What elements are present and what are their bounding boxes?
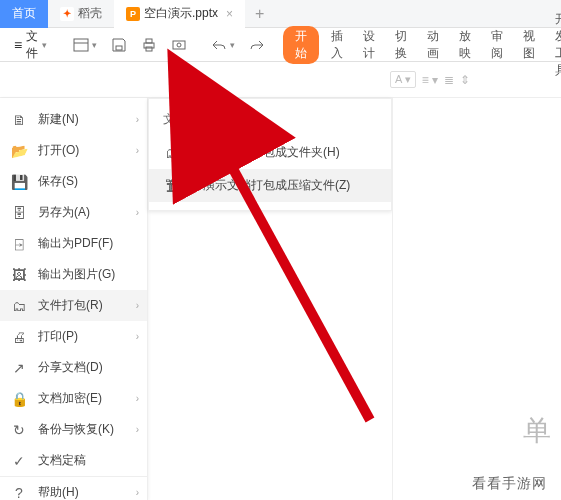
- image-icon: 🖼: [10, 267, 28, 283]
- menu-item-label: 打印(P): [38, 328, 78, 345]
- chevron-right-icon: ›: [136, 424, 139, 435]
- body-area: 🗎 新建(N) › 📂 打开(O) › 💾 保存(S) 🗄 另存为(A) › ⍈…: [0, 98, 561, 500]
- menu-item-export-image[interactable]: 🖼 输出为图片(G): [0, 259, 147, 290]
- menu-item-label: 文档定稿: [38, 452, 86, 469]
- menu-item-label: 文件打包(R): [38, 297, 103, 314]
- submenu-item-pack-zip[interactable]: 🗜 将演示文档打包成压缩文件(Z): [149, 169, 391, 202]
- ribbon-tabs: 插入 设计 切换 动画 放映 审阅 视图 开发工具: [321, 7, 561, 83]
- document-tab-label: 空白演示.pptx: [144, 5, 218, 22]
- docer-icon: ✦: [60, 7, 74, 21]
- chevron-down-icon: ▾: [42, 40, 47, 50]
- menu-item-label: 保存(S): [38, 173, 78, 190]
- submenu-item-label: 将演示文档打包成压缩文件(Z): [191, 177, 350, 194]
- slide-canvas[interactable]: 单: [392, 98, 561, 500]
- menu-item-label: 新建(N): [38, 111, 79, 128]
- menu-item-label: 帮助(H): [38, 484, 79, 500]
- menu-item-open[interactable]: 📂 打开(O) ›: [0, 135, 147, 166]
- menu-item-file-package[interactable]: 🗂 文件打包(R) ›: [0, 290, 147, 321]
- align-icon[interactable]: ≣: [444, 73, 454, 87]
- ribbon-tab-design[interactable]: 设计: [353, 24, 385, 66]
- menu-item-save-as[interactable]: 🗄 另存为(A) ›: [0, 197, 147, 228]
- ppt-icon: P: [126, 7, 140, 21]
- dk-tab[interactable]: ✦ 稻壳: [48, 0, 114, 28]
- chevron-right-icon: ›: [136, 114, 139, 125]
- menu-item-new[interactable]: 🗎 新建(N) ›: [0, 104, 147, 135]
- slide-placeholder-text: 单: [523, 412, 551, 450]
- chevron-right-icon: ›: [136, 300, 139, 311]
- ribbon-tab-insert[interactable]: 插入: [321, 24, 353, 66]
- zip-pack-icon: 🗜: [163, 178, 181, 194]
- pdf-icon: ⍈: [10, 236, 28, 252]
- chevron-down-icon: ▾: [230, 40, 235, 50]
- share-icon: ↗: [10, 360, 28, 376]
- preview-icon[interactable]: [165, 33, 193, 57]
- chevron-right-icon: ›: [136, 145, 139, 156]
- menu-item-label: 输出为图片(G): [38, 266, 115, 283]
- chevron-right-icon: ›: [136, 331, 139, 342]
- submenu-item-label: 将演示文档打包成文件夹(H): [191, 144, 340, 161]
- ribbon-tab-start[interactable]: 开始: [283, 26, 319, 64]
- chevron-down-icon: ▾: [92, 40, 97, 50]
- ribbon-tab-review[interactable]: 审阅: [481, 24, 513, 66]
- document-tab[interactable]: P 空白演示.pptx ×: [114, 0, 245, 28]
- save-icon[interactable]: [105, 33, 133, 57]
- svg-point-7: [177, 43, 181, 47]
- submenu-item-pack-folder[interactable]: 🗂 将演示文档打包成文件夹(H): [149, 136, 391, 169]
- new-file-icon: 🗎: [10, 112, 28, 128]
- font-color-label: A: [395, 73, 402, 85]
- hamburger-icon: ≡: [14, 37, 22, 53]
- add-tab-button[interactable]: +: [245, 5, 274, 23]
- menu-item-backup[interactable]: ↻ 备份与恢复(K) ›: [0, 414, 147, 445]
- ribbon-tab-view[interactable]: 视图: [513, 24, 545, 66]
- file-menu-button[interactable]: ≡ 文件 ▾: [6, 24, 55, 66]
- help-icon: ?: [10, 485, 28, 501]
- lock-icon: 🔒: [10, 391, 28, 407]
- ribbon-tab-transition[interactable]: 切换: [385, 24, 417, 66]
- undo-icon[interactable]: ▾: [205, 33, 241, 57]
- menu-item-encrypt[interactable]: 🔒 文档加密(E) ›: [0, 383, 147, 414]
- finalize-icon: ✓: [10, 453, 28, 469]
- folder-pack-icon: 🗂: [163, 145, 181, 161]
- svg-rect-2: [116, 46, 122, 50]
- menu-item-label: 输出为PDF(F): [38, 235, 113, 252]
- menu-item-share[interactable]: ↗ 分享文档(D): [0, 352, 147, 383]
- package-icon: 🗂: [10, 298, 28, 314]
- file-menu-label: 文件: [26, 28, 38, 62]
- watermark-text: 看看手游网: [468, 474, 551, 494]
- submenu-title: 文件打包: [149, 107, 391, 136]
- menu-item-label: 备份与恢复(K): [38, 421, 114, 438]
- ribbon-tab-animation[interactable]: 动画: [417, 24, 449, 66]
- chevron-right-icon: ›: [136, 487, 139, 498]
- spacing-icon[interactable]: ⇕: [460, 73, 470, 87]
- menu-item-label: 打开(O): [38, 142, 79, 159]
- svg-rect-4: [146, 39, 152, 43]
- main-toolbar: ≡ 文件 ▾ ▾ ▾ 开始 插入 设计 切换 动画 放映 审阅 视图 开发工具: [0, 28, 561, 62]
- chevron-right-icon: ›: [136, 207, 139, 218]
- text-highlight-icon[interactable]: ≡ ▾: [422, 73, 438, 87]
- menu-item-help[interactable]: ? 帮助(H) ›: [0, 476, 147, 500]
- folder-open-icon: 📂: [10, 143, 28, 159]
- menu-item-label: 文档加密(E): [38, 390, 102, 407]
- menu-item-export-pdf[interactable]: ⍈ 输出为PDF(F): [0, 228, 147, 259]
- ribbon-tab-devtools[interactable]: 开发工具: [545, 7, 561, 83]
- file-dropdown-menu: 🗎 新建(N) › 📂 打开(O) › 💾 保存(S) 🗄 另存为(A) › ⍈…: [0, 98, 148, 500]
- close-icon[interactable]: ×: [226, 7, 233, 21]
- menu-item-label: 另存为(A): [38, 204, 90, 221]
- menu-item-save[interactable]: 💾 保存(S): [0, 166, 147, 197]
- menu-item-print[interactable]: 🖨 打印(P) ›: [0, 321, 147, 352]
- file-package-submenu: 文件打包 🗂 将演示文档打包成文件夹(H) 🗜 将演示文档打包成压缩文件(Z): [148, 98, 392, 211]
- save-as-icon: 🗄: [10, 205, 28, 221]
- font-color-button[interactable]: A ▾: [390, 71, 416, 88]
- layout-icon[interactable]: ▾: [67, 33, 103, 57]
- menu-item-finalize[interactable]: ✓ 文档定稿: [0, 445, 147, 476]
- menu-item-label: 分享文档(D): [38, 359, 103, 376]
- redo-icon[interactable]: [243, 33, 271, 57]
- dk-tab-label: 稻壳: [78, 5, 102, 22]
- save-icon: 💾: [10, 174, 28, 190]
- backup-icon: ↻: [10, 422, 28, 438]
- svg-rect-0: [74, 39, 88, 51]
- ribbon-tab-slideshow[interactable]: 放映: [449, 24, 481, 66]
- chevron-right-icon: ›: [136, 393, 139, 404]
- svg-rect-6: [173, 41, 185, 49]
- print-quick-icon[interactable]: [135, 33, 163, 57]
